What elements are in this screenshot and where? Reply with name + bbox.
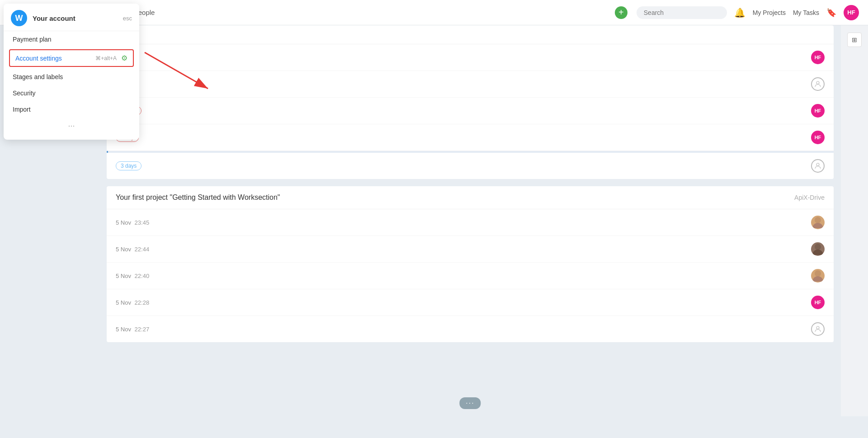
shortcut-label: ⌘+alt+A ⚙ xyxy=(95,54,127,62)
activity-time: 5 Nov 22:27 xyxy=(116,326,811,333)
dropdown-esc[interactable]: esc xyxy=(123,15,132,22)
activity-date: 5 Nov xyxy=(116,246,131,253)
bookmark-icon[interactable]: 🔖 xyxy=(826,8,836,18)
user-avatar[interactable]: HF xyxy=(844,5,859,20)
table-row: 5 Nov 23:45 xyxy=(107,209,834,236)
activity-time-val: 23:45 xyxy=(135,219,150,226)
svg-point-4 xyxy=(815,270,821,277)
table-row: 5 Nov 22:27 xyxy=(107,316,834,342)
activity-time: 5 Nov 23:45 xyxy=(116,219,811,226)
avatar xyxy=(811,216,825,229)
activity-date: 5 Nov xyxy=(116,273,131,279)
avatar: HF xyxy=(811,104,825,118)
activity-time-val: 22:28 xyxy=(135,299,150,306)
dropdown-item-label: Import xyxy=(13,106,31,113)
right-panel-toggle[interactable]: ⊞ xyxy=(847,33,862,47)
my-projects-link[interactable]: My Projects xyxy=(753,9,786,16)
avatar: HF xyxy=(811,51,825,64)
dropdown-item-label: Stages and labels xyxy=(13,73,63,80)
dropdown-item-label: Account settings xyxy=(15,55,62,62)
search-input[interactable] xyxy=(637,6,727,19)
dropdown-title: Your account xyxy=(33,14,123,22)
svg-point-0 xyxy=(816,81,819,84)
dropdown-item-stages[interactable]: Stages and labels xyxy=(4,69,139,85)
table-row: 1 day HF xyxy=(107,124,834,151)
activity-section: Activity days HF days 4 days HF 1 day xyxy=(107,25,834,179)
table-row: days HF xyxy=(107,44,834,71)
activity-time: 5 Nov 22:40 xyxy=(116,273,811,279)
project-header: Your first project "Getting Started with… xyxy=(107,186,834,209)
table-row: 5 Nov 22:44 xyxy=(107,236,834,263)
dropdown-item-import[interactable]: Import xyxy=(4,101,139,118)
right-panel: ⊞ xyxy=(841,25,868,416)
dropdown-item-security[interactable]: Security xyxy=(4,85,139,101)
svg-point-5 xyxy=(816,326,819,329)
section-header: Activity xyxy=(107,25,834,44)
dropdown-item-label: Payment plan xyxy=(13,36,52,43)
gear-icon: ⚙ xyxy=(121,54,127,62)
dropdown-item-account-settings[interactable]: Account settings ⌘+alt+A ⚙ xyxy=(9,49,134,67)
table-row: days xyxy=(107,71,834,98)
avatar xyxy=(811,269,825,283)
days-badge: 3 days xyxy=(116,161,142,170)
content-area: Activity days HF days 4 days HF 1 day xyxy=(99,25,841,416)
topbar-right: + 🔔 My Projects My Tasks 🔖 HF xyxy=(615,5,859,20)
avatar-placeholder xyxy=(811,322,825,336)
avatar: HF xyxy=(811,296,825,309)
dropdown-header: W Your account esc xyxy=(4,4,139,31)
activity-date: 5 Nov xyxy=(116,299,131,306)
dropdown-more-dots[interactable]: ··· xyxy=(4,118,139,134)
avatar-placeholder xyxy=(811,77,825,91)
svg-point-3 xyxy=(815,244,821,250)
activity-date: 5 Nov xyxy=(116,219,131,226)
project-title: Your first project "Getting Started with… xyxy=(116,193,280,202)
bell-icon[interactable]: 🔔 xyxy=(734,7,745,18)
svg-point-2 xyxy=(815,217,821,223)
table-row: 3 days xyxy=(107,153,834,179)
avatar-placeholder xyxy=(811,159,825,173)
account-dropdown: W Your account esc Payment plan Account … xyxy=(4,4,139,140)
bottom-dots-button[interactable]: ··· xyxy=(459,397,481,409)
activity-time-val: 22:44 xyxy=(135,246,150,253)
dropdown-item-payment[interactable]: Payment plan xyxy=(4,31,139,47)
dropdown-item-label: Security xyxy=(13,89,36,97)
activity-date: 5 Nov xyxy=(116,326,131,333)
svg-point-1 xyxy=(816,163,819,166)
project-section: Your first project "Getting Started with… xyxy=(107,186,834,342)
table-row: 4 days HF xyxy=(107,98,834,124)
dropdown-logo: W xyxy=(11,10,27,26)
project-subtitle: ApiX-Drive xyxy=(794,194,825,201)
activity-time: 5 Nov 22:44 xyxy=(116,246,811,253)
activity-time-val: 22:40 xyxy=(135,273,150,279)
my-tasks-link[interactable]: My Tasks xyxy=(793,9,819,16)
add-button[interactable]: + xyxy=(615,6,627,19)
avatar xyxy=(811,242,825,256)
avatar: HF xyxy=(811,131,825,144)
table-row: 5 Nov 22:40 xyxy=(107,263,834,289)
activity-time: 5 Nov 22:28 xyxy=(116,299,811,306)
table-row: 5 Nov 22:28 HF xyxy=(107,289,834,316)
activity-time-val: 22:27 xyxy=(135,326,150,333)
